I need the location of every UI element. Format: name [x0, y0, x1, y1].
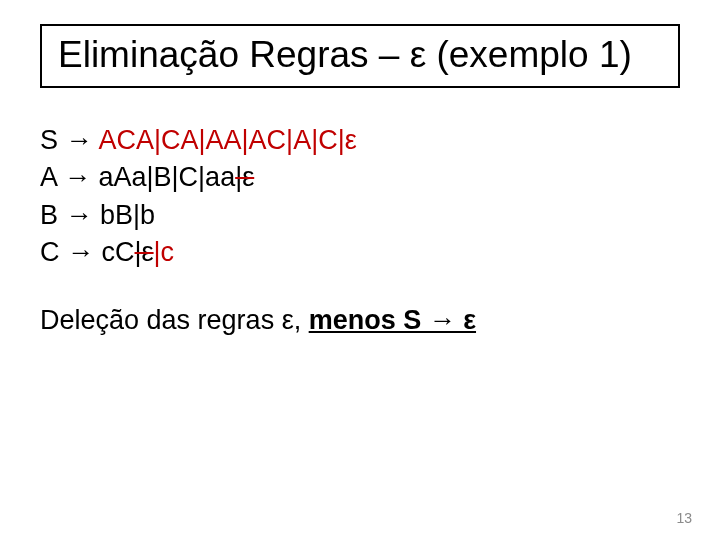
title-box: Eliminação Regras – ε (exemplo 1): [40, 24, 680, 88]
rule-c-rhs: cC: [102, 237, 135, 267]
rule-a-rhs: aAa|B|C|aa: [99, 162, 236, 192]
rule-a-lhs: A →: [40, 162, 99, 192]
rule-b-rhs: bB|b: [100, 200, 155, 230]
rule-b: B → bB|b: [40, 197, 680, 234]
deletion-emphasis: menos S → ε: [309, 305, 476, 335]
rule-s-added: ACA|CA|AA|AC|A|C|ε: [99, 125, 357, 155]
slide: Eliminação Regras – ε (exemplo 1) S → AC…: [0, 0, 720, 540]
rule-s: S → ACA|CA|AA|AC|A|C|ε: [40, 122, 680, 159]
deletion-note: Deleção das regras ε, menos S → ε: [40, 305, 680, 336]
rule-c-added: |c: [154, 237, 175, 267]
rule-a-deleted: |ε: [235, 162, 254, 192]
page-number: 13: [676, 510, 692, 526]
rule-b-lhs: B →: [40, 200, 100, 230]
rule-a: A → aAa|B|C|aa|ε: [40, 159, 680, 196]
rule-c-lhs: C →: [40, 237, 102, 267]
deletion-prefix: Deleção das regras ε,: [40, 305, 309, 335]
slide-title: Eliminação Regras – ε (exemplo 1): [58, 34, 662, 76]
rule-s-lhs: S →: [40, 125, 99, 155]
rule-c-deleted: |ε: [135, 237, 154, 267]
grammar-rules: S → ACA|CA|AA|AC|A|C|ε A → aAa|B|C|aa|ε …: [40, 122, 680, 271]
rule-c: C → cC|ε|c: [40, 234, 680, 271]
